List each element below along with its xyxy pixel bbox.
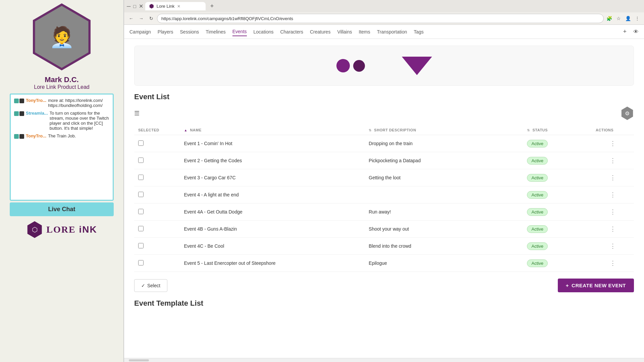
checkbox-3[interactable] [138,192,144,197]
settings-hex-icon[interactable]: ⚙ [621,107,634,120]
actions-menu-button-0[interactable]: ⋮ [608,139,618,148]
scrollbar-thumb[interactable] [129,359,149,361]
extensions-icon[interactable]: 🧩 [605,14,613,22]
chat-icon-dark-3 [19,134,24,139]
nav-characters[interactable]: Characters [280,28,303,36]
nav-items[interactable]: Items [359,28,370,36]
event-table: Selected ▲ Name ⇅ Short Description ⇅ St… [134,125,634,272]
avatar: 🧑‍💼 [28,3,95,70]
chat-message-1: TonyTro... more at: https://lorelink.com… [14,98,109,108]
sort-icon-name: ▲ [184,128,187,132]
chat-text-3: The Train Job. [48,133,109,138]
forward-button[interactable]: → [137,14,146,23]
new-tab-button[interactable]: + [208,3,217,10]
star-icon[interactable]: ☆ [614,14,623,22]
streamer-title: Lore Link Product Lead [34,84,89,90]
checkbox-4[interactable] [138,209,144,214]
nav-locations[interactable]: Locations [254,28,274,36]
row-checkbox-4[interactable] [134,203,180,221]
reload-button[interactable]: ↻ [147,14,156,23]
table-row: Event 4A - Get Outta Dodge Run away! Act… [134,203,634,221]
row-status-7: Active [523,255,592,272]
chat-icons-1 [14,99,24,103]
app-nav: Campaign Players Sessions Timelines Even… [124,25,644,39]
actions-menu-button-3[interactable]: ⋮ [608,190,618,199]
profile-icon[interactable]: 👤 [624,14,632,22]
bottom-row: ✓ Select + CREATE NEW EVENT [134,279,634,292]
row-actions-0[interactable]: ⋮ [592,135,634,152]
row-actions-7[interactable]: ⋮ [592,255,634,272]
filter-icon[interactable]: ☰ [134,110,140,117]
chat-icon-green-1 [14,99,19,103]
row-status-1: Active [523,152,592,169]
nav-eye-button[interactable]: 👁 [633,29,639,35]
row-checkbox-1[interactable] [134,152,180,169]
create-new-event-button[interactable]: + CREATE NEW EVENT [558,279,634,292]
window-minimize-icon[interactable]: ─ [127,3,130,9]
select-button-label: Select [147,283,160,288]
row-name-0: Event 1 - Comin' In Hot [180,135,365,152]
actions-menu-button-1[interactable]: ⋮ [608,156,618,165]
back-button[interactable]: ← [127,14,136,23]
row-checkbox-3[interactable] [134,186,180,203]
row-checkbox-7[interactable] [134,255,180,272]
nav-players[interactable]: Players [158,28,173,36]
row-actions-3[interactable]: ⋮ [592,186,634,203]
col-header-status[interactable]: ⇅ Status [523,125,592,135]
tab-close-button[interactable]: ✕ [177,4,180,9]
checkbox-5[interactable] [138,226,144,231]
col-header-selected: Selected [134,125,180,135]
row-actions-4[interactable]: ⋮ [592,203,634,221]
nav-sessions[interactable]: Sessions [180,28,199,36]
actions-menu-button-2[interactable]: ⋮ [608,173,618,182]
logo-row: ⬡ LORE iNK [26,221,97,238]
row-actions-2[interactable]: ⋮ [592,169,634,186]
checkbox-7[interactable] [138,260,144,265]
window-restore-icon[interactable]: □ [133,4,136,9]
hero-chevron [402,57,432,75]
nav-villains[interactable]: Villains [337,28,352,36]
nav-creatures[interactable]: Creatures [310,28,330,36]
menu-icon[interactable]: ⋮ [633,14,641,22]
row-status-5: Active [523,221,592,238]
address-bar[interactable] [157,14,604,23]
table-row: Event 2 - Getting the Codes Pickpocketin… [134,152,634,169]
chat-icon-green-2 [14,111,19,116]
horizontal-scrollbar[interactable] [124,358,644,362]
checkbox-2[interactable] [138,175,144,180]
checkbox-1[interactable] [138,158,144,163]
status-badge-1: Active [527,157,547,165]
row-actions-1[interactable]: ⋮ [592,152,634,169]
status-badge-5: Active [527,225,547,233]
row-actions-6[interactable]: ⋮ [592,238,634,255]
nav-add-button[interactable]: + [623,28,627,35]
live-chat-button[interactable]: Live Chat [10,202,114,216]
col-header-name[interactable]: ▲ Name [180,125,365,135]
browser-tab-lorelink[interactable]: Lore Link ✕ [145,2,206,10]
col-header-description[interactable]: ⇅ Short Description [365,125,523,135]
select-button[interactable]: ✓ Select [134,279,167,292]
checkbox-0[interactable] [138,140,144,146]
nav-transportation[interactable]: Transportation [377,28,407,36]
actions-menu-button-5[interactable]: ⋮ [608,225,618,233]
chat-icon-dark-1 [19,99,24,103]
row-desc-1: Pickpocketing a Datapad [365,152,523,169]
nav-timelines[interactable]: Timelines [206,28,225,36]
row-checkbox-0[interactable] [134,135,180,152]
nav-events[interactable]: Events [232,27,247,36]
chat-username-1: TonyTro... [26,98,46,103]
event-template-list-title: Event Template List [134,299,634,308]
nav-campaign[interactable]: Campaign [129,28,151,36]
actions-menu-button-7[interactable]: ⋮ [608,259,618,267]
checkbox-6[interactable] [138,243,144,248]
window-close-icon[interactable]: ✕ [139,3,143,9]
actions-menu-button-6[interactable]: ⋮ [608,242,618,250]
row-checkbox-2[interactable] [134,169,180,186]
nav-tags[interactable]: Tags [414,28,424,36]
streamer-name: Mark D.C. [45,75,78,84]
actions-menu-button-4[interactable]: ⋮ [608,207,618,216]
row-actions-5[interactable]: ⋮ [592,221,634,238]
chat-icons-2 [14,111,24,116]
row-checkbox-5[interactable] [134,221,180,238]
row-checkbox-6[interactable] [134,238,180,255]
